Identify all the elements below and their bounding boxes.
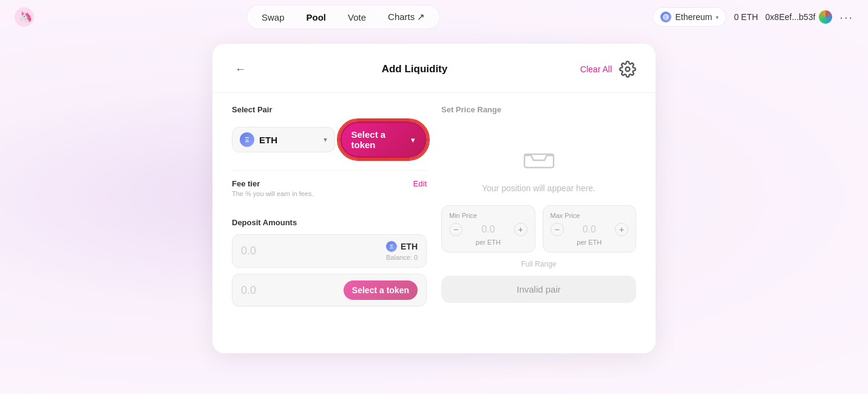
deposit-amount-2[interactable]: 0.0 (241, 284, 344, 297)
min-price-decrease-button[interactable]: − (449, 223, 463, 236)
min-price-box: Min Price − 0.0 + per ETH (441, 205, 535, 253)
avatar (819, 10, 832, 24)
wallet-address-text: 0x8Eef...b53f (765, 12, 816, 22)
settings-icon[interactable] (619, 61, 636, 78)
wallet-address[interactable]: 0x8Eef...b53f (765, 10, 833, 24)
deposit-balance-1: Balance: 0 (386, 254, 418, 261)
deposit-amount-1[interactable]: 0.0 (241, 245, 386, 257)
logo[interactable]: 🦄 (15, 7, 34, 27)
network-name: Ethereum (675, 12, 712, 22)
eth-icon: Ξ (240, 132, 254, 147)
navbar: 🦄 Swap Pool Vote Charts ↗ Ξ Ethereum ▾ 0… (0, 0, 868, 34)
nav-item-pool[interactable]: Pool (297, 8, 336, 26)
select-token-label: Select a token (351, 129, 407, 150)
set-price-label: Set Price Range (441, 105, 636, 114)
fee-tier-label: Fee tier (232, 179, 314, 188)
svg-text:🦄: 🦄 (19, 10, 33, 24)
min-price-controls: − 0.0 + (449, 223, 527, 236)
min-per-eth-label: per ETH (449, 239, 527, 246)
select-token-button[interactable]: Select a token ▾ (340, 121, 427, 158)
nav-right: Ξ Ethereum ▾ 0 ETH 0x8Eef...b53f ··· (653, 7, 853, 27)
deposit-select-token-label: Select a token (352, 285, 409, 295)
select-token-chevron-icon: ▾ (411, 135, 415, 144)
right-column: Set Price Range Your position will appea… (441, 105, 636, 313)
header-divider (212, 92, 656, 93)
deposit-token-name-row-1: Ξ ETH (386, 241, 418, 252)
deposit-select-token-button[interactable]: Select a token (344, 280, 418, 300)
select-token-wrapper: Select a token ▾ (340, 121, 427, 158)
max-price-decrease-button[interactable]: − (551, 223, 564, 236)
token1-selector[interactable]: Ξ ETH ▾ (232, 127, 335, 152)
fee-tier-info: Fee tier The % you will earn in fees. (232, 179, 314, 197)
deposit-input-1: 0.0 Ξ ETH Balance: 0 (232, 234, 427, 268)
invalid-pair-button: Invalid pair (441, 276, 636, 303)
max-per-eth-label: per ETH (551, 239, 629, 246)
max-price-label: Max Price (551, 212, 629, 219)
network-selector[interactable]: Ξ Ethereum ▾ (653, 7, 727, 27)
max-price-controls: − 0.0 + (551, 223, 629, 236)
more-button[interactable]: ··· (839, 10, 853, 24)
position-placeholder-text: Your position will appear here. (482, 183, 595, 193)
position-placeholder: Your position will appear here. (441, 124, 636, 205)
deposit-eth-icon: Ξ (386, 241, 397, 252)
select-pair-label: Select Pair (232, 105, 427, 114)
max-price-box: Max Price − 0.0 + per ETH (543, 205, 637, 253)
svg-point-4 (626, 67, 630, 72)
nav-item-vote[interactable]: Vote (338, 8, 376, 26)
add-liquidity-panel: ← Add Liquidity Clear All Select Pair (212, 44, 656, 353)
max-price-increase-button[interactable]: + (615, 223, 628, 236)
main-content: ← Add Liquidity Clear All Select Pair (0, 34, 868, 353)
max-price-value: 0.0 (568, 224, 612, 235)
network-icon: Ξ (660, 12, 671, 22)
min-price-label: Min Price (449, 212, 527, 219)
nav-item-swap[interactable]: Swap (252, 8, 294, 26)
pair-row: Ξ ETH ▾ Select a token ▾ (232, 121, 427, 158)
panel-title: Add Liquidity (249, 63, 580, 75)
back-button[interactable]: ← (232, 63, 249, 76)
eth-balance: 0 ETH (734, 12, 758, 22)
chevron-down-icon: ▾ (716, 14, 719, 21)
fee-tier-sublabel: The % you will earn in fees. (232, 190, 314, 197)
deposit-label: Deposit Amounts (232, 218, 427, 227)
deposit-token-name-1: ETH (401, 242, 418, 251)
min-price-value: 0.0 (466, 224, 510, 235)
svg-text:Ξ: Ξ (664, 15, 667, 19)
token1-name: ETH (259, 135, 319, 145)
clear-all-button[interactable]: Clear All (580, 64, 612, 74)
panel-body: Select Pair Ξ ETH ▾ Select a token (232, 105, 636, 313)
nav-item-charts[interactable]: Charts ↗ (378, 8, 435, 26)
token1-chevron-icon: ▾ (324, 135, 327, 144)
inbox-icon (523, 142, 555, 175)
nav-menu: Swap Pool Vote Charts ↗ (246, 5, 440, 29)
deposit-token-info-1: Ξ ETH Balance: 0 (386, 241, 418, 261)
price-range-row: Min Price − 0.0 + per ETH Max Price − (441, 205, 636, 253)
panel-actions: Clear All (580, 61, 636, 78)
full-range-button[interactable]: Full Range (441, 260, 636, 268)
min-price-increase-button[interactable]: + (514, 223, 527, 236)
left-column: Select Pair Ξ ETH ▾ Select a token (232, 105, 427, 313)
fee-tier-section: Fee tier The % you will earn in fees. Ed… (232, 170, 427, 206)
edit-fee-button[interactable]: Edit (413, 179, 427, 188)
panel-header: ← Add Liquidity Clear All (232, 61, 636, 78)
deposit-input-2: 0.0 Select a token (232, 274, 427, 307)
